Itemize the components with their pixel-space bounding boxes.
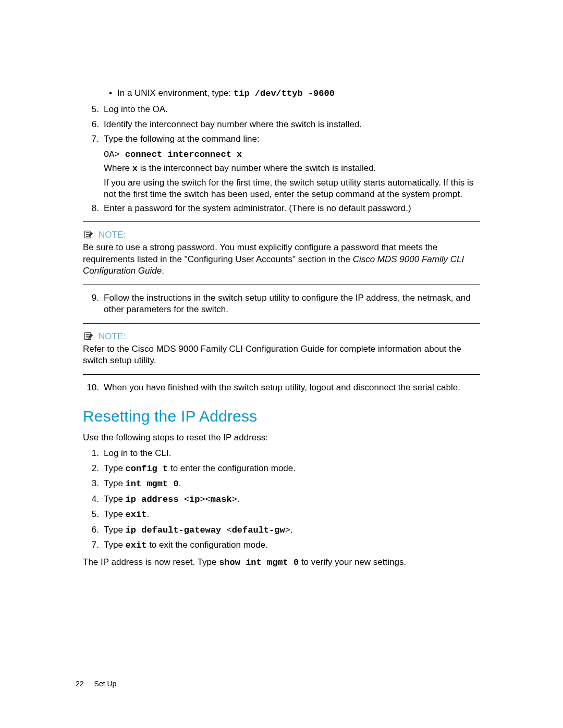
- reset-outro: The IP address is now reset. Type show i…: [83, 557, 480, 569]
- reset-step-4-a: Type: [104, 494, 126, 504]
- step-7-where-b: is the interconnect bay number where the…: [138, 163, 376, 173]
- reset-step-6-b: .: [290, 525, 293, 535]
- step-5: 5.Log into the OA.: [83, 104, 480, 115]
- note-2-header: NOTE:: [83, 331, 480, 342]
- reset-step-6: 6.Type ip default-gateway <default-gw>.: [83, 524, 480, 536]
- reset-step-4-gt2: >: [232, 495, 237, 504]
- chapter-name: Set Up: [94, 679, 117, 688]
- step-4-nested: In a UNIX environment, type: tip /dev/tt…: [83, 88, 480, 100]
- step-7-cmd-prompt: OA>: [104, 150, 125, 159]
- note-1-header: NOTE:: [83, 229, 480, 241]
- reset-step-4: 4.Type ip address <ip><mask>.: [83, 493, 480, 505]
- note-1-body: Be sure to use a strong password. You mu…: [83, 242, 480, 277]
- step-num-6: 6.: [87, 119, 99, 130]
- reset-step-6-val: default-gw: [232, 525, 285, 535]
- note-icon: [83, 229, 94, 240]
- reset-num-4: 4.: [87, 493, 99, 505]
- note-icon: [83, 331, 94, 341]
- step-num-9: 9.: [87, 292, 99, 304]
- reset-step-4-b: .: [237, 494, 240, 504]
- reset-step-6-a: Type: [104, 525, 126, 535]
- reset-num-2: 2.: [87, 463, 99, 474]
- step-list-b: 9.Follow the instructions in the switch …: [83, 292, 480, 316]
- reset-step-7-cmd: exit: [126, 540, 147, 550]
- reset-num-3: 3.: [87, 478, 99, 489]
- note-2: NOTE: Refer to the Cisco MDS 9000 Family…: [83, 331, 480, 367]
- reset-step-2-b: to enter the configuration mode.: [168, 463, 296, 473]
- reset-step-5: 5.Type exit.: [83, 509, 480, 521]
- reset-step-6-gt: >: [285, 525, 290, 535]
- page-number: 22: [76, 679, 84, 688]
- reset-step-7-b: to exit the configuration mode.: [146, 540, 267, 550]
- reset-step-3-cmd: int mgmt 0: [126, 479, 179, 489]
- step-9: 9.Follow the instructions in the switch …: [83, 292, 480, 316]
- step-num-5: 5.: [87, 104, 99, 115]
- step-list-a2: 8.Enter a password for the system admini…: [83, 203, 480, 214]
- unix-bullet-cmd: tip /dev/ttyb -9600: [234, 89, 335, 98]
- step-7-cmd: connect interconnect x: [125, 150, 242, 159]
- note-2-body: Refer to the Cisco MDS 9000 Family CLI C…: [83, 343, 480, 367]
- step-list-c: 10.When you have finished with the switc…: [83, 382, 480, 393]
- step-list-a: 5.Log into the OA. 6.Identify the interc…: [83, 104, 480, 145]
- reset-step-3-b: .: [179, 478, 181, 488]
- step-7-para2: If you are using the switch for the firs…: [83, 177, 480, 201]
- step-num-10: 10.: [82, 382, 99, 393]
- note-1-label: NOTE:: [99, 229, 126, 241]
- reset-step-2: 2.Type config t to enter the configurati…: [83, 463, 480, 475]
- step-7-text: Type the following at the command line:: [104, 134, 260, 144]
- reset-outro-a: The IP address is now reset. Type: [83, 557, 219, 567]
- unix-bullet-text: In a UNIX environment, type:: [117, 88, 234, 98]
- note-1: NOTE: Be sure to use a strong password. …: [83, 229, 480, 277]
- rule-3: [83, 323, 480, 324]
- step-6: 6.Identify the interconnect bay number w…: [83, 119, 480, 130]
- reset-outro-cmd: show int mgmt 0: [219, 558, 299, 567]
- rule-1: [83, 221, 480, 222]
- reset-step-5-cmd: exit: [126, 510, 147, 520]
- step-list-a-prefix: In a UNIX environment, type: tip /dev/tt…: [83, 88, 480, 100]
- note-2-label: NOTE:: [99, 331, 126, 342]
- rule-2: [83, 285, 480, 285]
- step-9-text: Follow the instructions in the switch se…: [104, 293, 471, 314]
- document-page: In a UNIX environment, type: tip /dev/tt…: [0, 0, 563, 728]
- reset-step-3-a: Type: [104, 478, 126, 488]
- reset-num-1: 1.: [87, 448, 99, 459]
- reset-step-list: 1.Log in to the CLI. 2.Type config t to …: [83, 448, 480, 551]
- reset-num-6: 6.: [87, 524, 99, 536]
- step-7-where-x: x: [132, 164, 138, 174]
- reset-step-5-a: Type: [104, 509, 126, 519]
- page-footer: 22 Set Up: [76, 679, 116, 688]
- reset-step-1: 1.Log in to the CLI.: [83, 448, 480, 459]
- reset-step-2-cmd: config t: [126, 464, 168, 474]
- step-7-cmd-line: OA> connect interconnect x: [83, 149, 480, 161]
- section-heading: Resetting the IP Address: [83, 406, 480, 427]
- step-7-where: Where x is the interconnect bay number w…: [83, 163, 480, 175]
- step-8-text: Enter a password for the system administ…: [104, 203, 411, 213]
- reset-step-4-gt1: ><: [200, 495, 210, 504]
- reset-intro: Use the following steps to reset the IP …: [83, 432, 480, 443]
- reset-step-6-lt: <: [226, 525, 231, 535]
- unix-bullet: In a UNIX environment, type: tip /dev/tt…: [109, 88, 480, 100]
- step-7-where-a: Where: [104, 163, 132, 173]
- reset-step-1-text: Log in to the CLI.: [104, 448, 171, 458]
- step-7: 7.Type the following at the command line…: [83, 133, 480, 145]
- reset-step-6-cmd1: ip default-gateway: [126, 525, 227, 535]
- step-10: 10.When you have finished with the switc…: [83, 382, 480, 393]
- reset-num-7: 7.: [87, 539, 99, 551]
- reset-step-5-b: .: [146, 509, 149, 519]
- reset-step-4-cmd1: ip address: [126, 495, 184, 504]
- reset-step-3: 3.Type int mgmt 0.: [83, 478, 480, 490]
- unix-bullet-list: In a UNIX environment, type: tip /dev/tt…: [104, 88, 480, 100]
- rule-4: [83, 374, 480, 375]
- reset-step-4-ip: ip: [189, 495, 200, 504]
- step-6-text: Identify the interconnect bay number whe…: [104, 119, 362, 129]
- reset-step-4-mask: mask: [211, 495, 232, 504]
- note-1-body-b: .: [162, 266, 164, 276]
- step-5-text: Log into the OA.: [104, 104, 168, 114]
- reset-outro-b: to verify your new settings.: [299, 557, 406, 567]
- step-8: 8.Enter a password for the system admini…: [83, 203, 480, 214]
- step-10-text: When you have finished with the switch s…: [104, 382, 460, 392]
- reset-num-5: 5.: [87, 509, 99, 520]
- reset-step-7-a: Type: [104, 540, 126, 550]
- reset-step-4-lt1: <: [184, 495, 189, 504]
- reset-step-7: 7.Type exit to exit the configuration mo…: [83, 539, 480, 551]
